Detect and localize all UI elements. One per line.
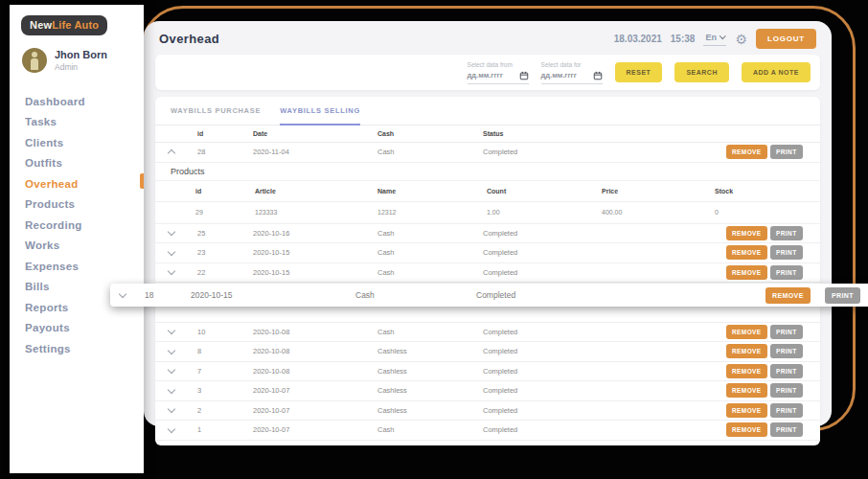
waybills-card: WAYBILLS PURCHASE WAYBILLS SELLING id Da… xyxy=(155,97,820,445)
cell-date: 2020-10-07 xyxy=(253,406,377,415)
print-button[interactable]: PRINT xyxy=(825,287,860,304)
gear-icon[interactable]: ⚙ xyxy=(735,33,747,46)
collapse-button[interactable] xyxy=(169,148,197,156)
sidebar-item-payouts[interactable]: Payouts xyxy=(10,318,144,339)
sidebar-item-outfits[interactable]: Outfits xyxy=(10,153,144,174)
print-button[interactable]: PRINT xyxy=(770,226,803,240)
expand-button[interactable] xyxy=(169,428,197,432)
calendar-icon[interactable] xyxy=(593,71,603,80)
date-from-label: Select data from xyxy=(468,61,529,68)
sidebar-item-label: Recording xyxy=(25,219,82,231)
cell-status: Completed xyxy=(483,367,722,376)
chevron-down-icon xyxy=(168,405,175,413)
cell-status: Completed xyxy=(483,347,722,355)
expand-button[interactable] xyxy=(120,293,145,297)
expand-button[interactable] xyxy=(169,330,197,333)
waybill-row: 12020-10-07CashCompletedREMOVEPRINT xyxy=(155,421,820,441)
print-button[interactable]: PRINT xyxy=(770,265,803,280)
sidebar-item-tasks[interactable]: Tasks xyxy=(10,112,144,133)
print-button[interactable]: PRINT xyxy=(770,325,803,339)
calendar-icon[interactable] xyxy=(519,71,529,80)
search-button[interactable]: SEARCH xyxy=(674,62,729,82)
tab-waybills-selling[interactable]: WAYBILLS SELLING xyxy=(280,106,360,125)
waybill-row: 82020-10-08CashlessCompletedREMOVEPRINT xyxy=(155,342,820,362)
logo-text-primary: New xyxy=(30,19,52,31)
sidebar-item-settings[interactable]: Settings xyxy=(10,338,144,359)
sidebar-item-label: Works xyxy=(25,240,59,251)
cell-cash: Cash xyxy=(377,148,483,156)
print-button[interactable]: PRINT xyxy=(770,422,803,437)
cell-status: Completed xyxy=(483,328,722,336)
cell-date: 2020-10-15 xyxy=(253,268,377,277)
sidebar-item-recording[interactable]: Recording xyxy=(10,215,144,236)
remove-button[interactable]: REMOVE xyxy=(726,325,767,339)
cell-id: 18 xyxy=(145,290,191,300)
tab-waybills-purchase[interactable]: WAYBILLS PURCHASE xyxy=(171,106,261,125)
sidebar-item-works[interactable]: Works xyxy=(10,236,144,257)
waybill-row-expanded: 28 2020-11-04 Cash Completed REMOVE PRIN… xyxy=(155,143,820,163)
products-body: 29123333123121.00400.000 xyxy=(155,202,820,224)
expand-button[interactable] xyxy=(169,251,197,255)
products-header-row: idArticleNameCountPriceStock xyxy=(155,181,820,202)
logo-text-secondary: Life Auto xyxy=(52,19,99,31)
date-for-field[interactable]: Select data for дд.мм.гггг xyxy=(541,61,603,84)
sidebar-item-label: Tasks xyxy=(25,116,57,127)
expand-button[interactable] xyxy=(169,369,197,373)
print-button[interactable]: PRINT xyxy=(770,364,803,378)
cell-cash: Cash xyxy=(377,268,483,277)
chevron-down-icon xyxy=(119,290,126,298)
expand-button[interactable] xyxy=(169,350,197,354)
language-select[interactable]: En xyxy=(703,33,726,46)
tabs: WAYBILLS PURCHASE WAYBILLS SELLING xyxy=(155,97,820,125)
expand-button[interactable] xyxy=(169,270,197,274)
remove-button[interactable]: REMOVE xyxy=(726,403,767,418)
cell-id: 28 xyxy=(197,148,253,156)
cell-date: 2020-10-08 xyxy=(253,347,377,355)
print-button[interactable]: PRINT xyxy=(770,145,803,159)
expand-button[interactable] xyxy=(169,408,197,412)
chevron-down-icon xyxy=(168,425,175,433)
remove-button[interactable]: REMOVE xyxy=(726,344,767,358)
expand-button[interactable] xyxy=(169,389,197,393)
language-label: En xyxy=(705,33,717,42)
print-button[interactable]: PRINT xyxy=(770,344,803,358)
remove-button[interactable]: REMOVE xyxy=(726,245,767,260)
current-time: 15:38 xyxy=(671,34,696,44)
cell-id: 25 xyxy=(197,229,253,238)
add-note-button[interactable]: ADD A NOTE xyxy=(742,62,811,82)
date-from-field[interactable]: Select data from дд.мм.гггг xyxy=(468,61,529,84)
logout-button[interactable]: LOGOUT xyxy=(756,29,816,49)
sidebar-item-products[interactable]: Products xyxy=(10,194,144,216)
cell-status: Completed xyxy=(483,386,722,395)
expand-button[interactable] xyxy=(169,231,197,235)
avatar xyxy=(22,48,47,73)
print-button[interactable]: PRINT xyxy=(770,245,803,260)
remove-button[interactable]: REMOVE xyxy=(726,364,767,378)
sidebar-item-label: Settings xyxy=(25,343,71,354)
remove-button[interactable]: REMOVE xyxy=(726,422,767,437)
remove-button[interactable]: REMOVE xyxy=(726,265,767,280)
products-col-header: Name xyxy=(377,188,487,194)
cell-id: 22 xyxy=(197,268,253,277)
user-role: Admin xyxy=(55,62,107,72)
product-row: 29123333123121.00400.000 xyxy=(155,202,820,224)
chevron-down-icon xyxy=(168,327,175,334)
sidebar: NewLife Auto Jhon Born Admin DashboardTa… xyxy=(10,5,144,473)
sidebar-item-expenses[interactable]: Expenses xyxy=(10,256,144,277)
print-button[interactable]: PRINT xyxy=(770,403,803,418)
current-date: 18.03.2021 xyxy=(614,34,662,44)
remove-button[interactable]: REMOVE xyxy=(726,383,767,398)
remove-button[interactable]: REMOVE xyxy=(726,145,767,159)
date-from-input[interactable]: дд.мм.гггг xyxy=(468,71,503,80)
reset-button[interactable]: RESET xyxy=(615,62,663,82)
cell-cash: Cash xyxy=(377,229,483,238)
sidebar-item-dashboard[interactable]: Dashboard xyxy=(10,91,144,112)
dragged-row[interactable]: 18 2020-10-15 Cash Completed REMOVE PRIN… xyxy=(110,284,868,307)
sidebar-item-clients[interactable]: Clients xyxy=(10,132,144,153)
date-for-input[interactable]: дд.мм.гггг xyxy=(541,71,577,80)
print-button[interactable]: PRINT xyxy=(770,383,803,398)
remove-button[interactable]: REMOVE xyxy=(765,287,811,304)
sidebar-item-overhead[interactable]: Overhead xyxy=(10,173,144,194)
cell-date: 2020-10-07 xyxy=(253,425,377,434)
remove-button[interactable]: REMOVE xyxy=(726,226,767,240)
